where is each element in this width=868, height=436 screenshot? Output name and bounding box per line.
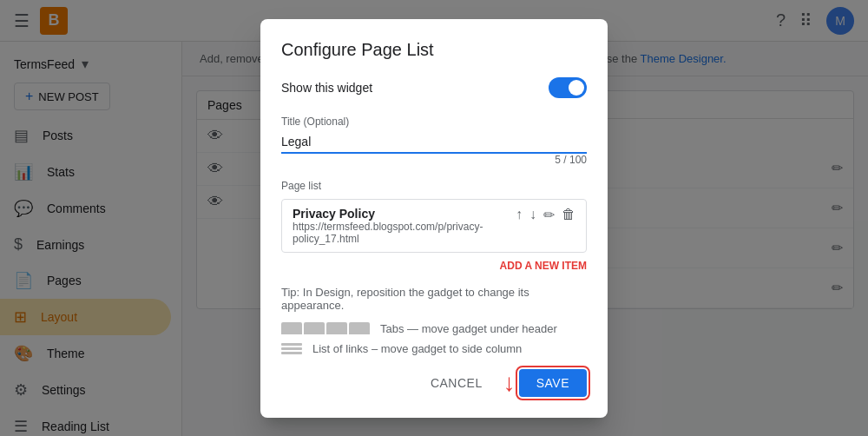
page-list-label: Page list — [281, 180, 587, 192]
dialog-actions: CANCEL ↓ SAVE — [281, 369, 587, 397]
page-list-item-info: Privacy Policy https://termsfeed.blogspo… — [293, 207, 516, 245]
tip-section: Tip: In Design, reposition the gadget to… — [281, 286, 587, 355]
tip-tabs-desc: Tabs — move gadget under header — [380, 322, 557, 335]
show-widget-label: Show this widget — [281, 81, 372, 95]
dialog-title: Configure Page List — [281, 40, 587, 60]
delete-item-icon[interactable]: 🗑 — [562, 207, 575, 222]
save-area: ↓ SAVE — [503, 369, 587, 397]
title-field-label: Title (Optional) — [281, 116, 587, 128]
page-list-item-actions: ↑ ↓ ✏ 🗑 — [516, 207, 575, 223]
tabs-icon — [281, 322, 370, 334]
tip-text: Tip: In Design, reposition the gadget to… — [281, 286, 587, 312]
page-list-item-url: https://termsfeed.blogspot.com/p/privacy… — [293, 221, 516, 245]
tip-list-desc: List of links – move gadget to side colu… — [312, 342, 522, 355]
page-list-item: Privacy Policy https://termsfeed.blogspo… — [281, 199, 587, 253]
char-count: 5 / 100 — [281, 154, 587, 166]
arrow-indicator-icon: ↓ — [503, 371, 516, 395]
move-up-icon[interactable]: ↑ — [516, 207, 523, 222]
title-input[interactable] — [281, 131, 587, 154]
list-icon — [281, 343, 302, 354]
page-list-item-name: Privacy Policy — [293, 207, 516, 221]
cancel-button[interactable]: CANCEL — [417, 369, 496, 397]
tip-row-list: List of links – move gadget to side colu… — [281, 342, 587, 355]
edit-item-icon[interactable]: ✏ — [543, 207, 555, 223]
add-new-item-link[interactable]: ADD A NEW ITEM — [281, 260, 587, 272]
show-widget-row: Show this widget — [281, 77, 587, 98]
tip-row-tabs: Tabs — move gadget under header — [281, 322, 587, 335]
show-widget-toggle[interactable] — [549, 77, 587, 98]
configure-dialog: Configure Page List Show this widget Tit… — [260, 19, 608, 418]
save-button[interactable]: SAVE — [519, 369, 587, 397]
move-down-icon[interactable]: ↓ — [529, 207, 536, 222]
modal-overlay[interactable]: Configure Page List Show this widget Tit… — [0, 0, 868, 436]
